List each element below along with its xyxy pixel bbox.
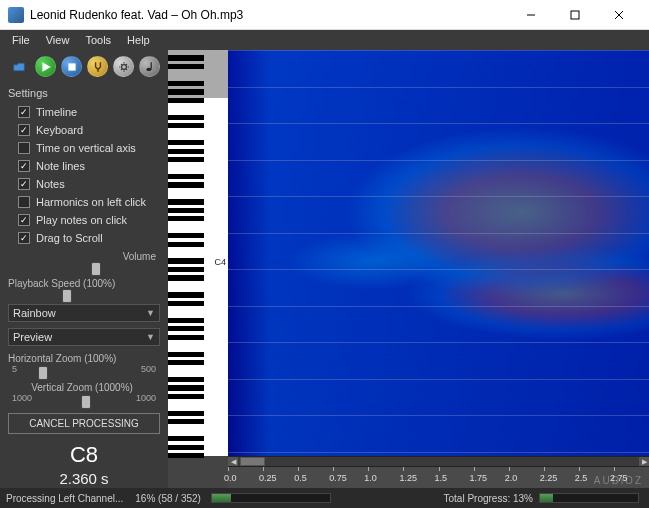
check-timeline[interactable]: ✓Timeline — [18, 106, 160, 118]
scroll-left-arrow[interactable]: ◀ — [228, 457, 238, 466]
svg-rect-4 — [68, 63, 75, 70]
checkbox-icon: ✓ — [18, 106, 30, 118]
total-progress — [539, 493, 639, 503]
ruler-tick: 2.25 — [540, 473, 558, 483]
checkbox-icon: ✓ — [18, 232, 30, 244]
window-title: Leonid Rudenko feat. Vad – Oh Oh.mp3 — [30, 8, 509, 22]
slider-thumb[interactable] — [81, 395, 91, 409]
check-note-lines[interactable]: ✓Note lines — [18, 160, 160, 172]
ruler-tick: 1.75 — [470, 473, 488, 483]
slider-thumb[interactable] — [62, 289, 72, 303]
maximize-button[interactable] — [553, 0, 597, 30]
statusbar: Processing Left Channel... 16% (58 / 352… — [0, 488, 649, 508]
status-left-text: Processing Left Channel... — [0, 493, 129, 504]
stop-button[interactable] — [61, 56, 82, 77]
menu-view[interactable]: View — [38, 32, 78, 48]
menu-file[interactable]: File — [4, 32, 38, 48]
ruler-tick: 0.0 — [224, 473, 237, 483]
preview-dropdown[interactable]: Preview▼ — [8, 328, 160, 346]
slider-thumb[interactable] — [38, 366, 48, 380]
minimize-button[interactable] — [509, 0, 553, 30]
hzoom-label: Horizontal Zoom (100%) — [8, 353, 156, 364]
scroll-right-arrow[interactable]: ▶ — [639, 457, 649, 466]
menu-help[interactable]: Help — [119, 32, 158, 48]
check-play-on-click[interactable]: ✓Play notes on click — [18, 214, 160, 226]
svg-rect-1 — [571, 11, 579, 19]
menu-tools[interactable]: Tools — [77, 32, 119, 48]
vzoom-label: Vertical Zoom (1000%) — [8, 382, 156, 393]
checkbox-icon — [18, 196, 30, 208]
current-time-readout: 2.360 s — [8, 470, 160, 487]
ruler-tick: 1.5 — [435, 473, 448, 483]
chevron-down-icon: ▼ — [146, 308, 155, 318]
vzoom-max: 1000 — [136, 393, 156, 403]
ruler-tick: 0.25 — [259, 473, 277, 483]
hzoom-min: 5 — [12, 364, 17, 374]
scrollbar-thumb[interactable] — [240, 457, 265, 466]
spectrogram-gridlines — [228, 50, 649, 456]
checkbox-icon: ✓ — [18, 160, 30, 172]
status-total-text: Total Progress: 13% — [444, 493, 534, 504]
hzoom-max: 500 — [141, 364, 156, 374]
c4-label: C4 — [214, 257, 226, 267]
slider-thumb[interactable] — [91, 262, 101, 276]
playback-speed-label: Playback Speed (100%) — [8, 278, 156, 289]
open-file-button[interactable] — [8, 56, 30, 77]
checkbox-icon: ✓ — [18, 178, 30, 190]
note-button[interactable] — [139, 56, 160, 77]
ruler-tick: 1.25 — [399, 473, 417, 483]
main-area: // white keys are drawn with CSS, but ge… — [168, 50, 649, 488]
svg-point-5 — [121, 64, 126, 69]
check-keyboard[interactable]: ✓Keyboard — [18, 124, 160, 136]
app-icon — [8, 7, 24, 23]
piano-keyboard[interactable]: // white keys are drawn with CSS, but ge… — [168, 50, 228, 456]
status-left-pct: 16% (58 / 352) — [129, 493, 207, 504]
check-harmonics[interactable]: Harmonics on left click — [18, 196, 160, 208]
checkbox-icon: ✓ — [18, 214, 30, 226]
titlebar: Leonid Rudenko feat. Vad – Oh Oh.mp3 — [0, 0, 649, 30]
menubar: File View Tools Help — [0, 30, 649, 50]
check-notes[interactable]: ✓Notes — [18, 178, 160, 190]
left-channel-progress — [211, 493, 331, 503]
checkbox-icon — [18, 142, 30, 154]
cancel-processing-button[interactable]: CANCEL PROCESSING — [8, 413, 160, 434]
sidebar: Settings ✓Timeline ✓Keyboard Time on ver… — [0, 50, 168, 488]
spectrogram-view[interactable] — [228, 50, 649, 456]
horizontal-scrollbar[interactable]: ◀ ▶ — [228, 456, 649, 466]
ruler-tick: 0.5 — [294, 473, 307, 483]
watermark: AUDiOZ — [594, 475, 643, 486]
colormap-dropdown[interactable]: Rainbow▼ — [8, 304, 160, 322]
tuning-fork-button[interactable] — [87, 56, 108, 77]
play-button[interactable] — [35, 56, 56, 77]
check-drag-scroll[interactable]: ✓Drag to Scroll — [18, 232, 160, 244]
volume-label: Volume — [8, 251, 156, 262]
ruler-tick: 1.0 — [364, 473, 377, 483]
settings-label: Settings — [8, 87, 160, 99]
vzoom-min: 1000 — [12, 393, 32, 403]
close-button[interactable] — [597, 0, 641, 30]
settings-button[interactable] — [113, 56, 134, 77]
toolbar — [8, 56, 160, 77]
chevron-down-icon: ▼ — [146, 332, 155, 342]
current-note-readout: C8 — [8, 442, 160, 468]
ruler-tick: 0.75 — [329, 473, 347, 483]
ruler-tick: 2.5 — [575, 473, 588, 483]
check-time-vertical[interactable]: Time on vertical axis — [18, 142, 160, 154]
time-ruler[interactable]: 0.00.250.50.751.01.251.51.752.02.252.52.… — [228, 466, 649, 488]
svg-point-6 — [146, 67, 151, 70]
ruler-tick: 2.0 — [505, 473, 518, 483]
checkbox-icon: ✓ — [18, 124, 30, 136]
